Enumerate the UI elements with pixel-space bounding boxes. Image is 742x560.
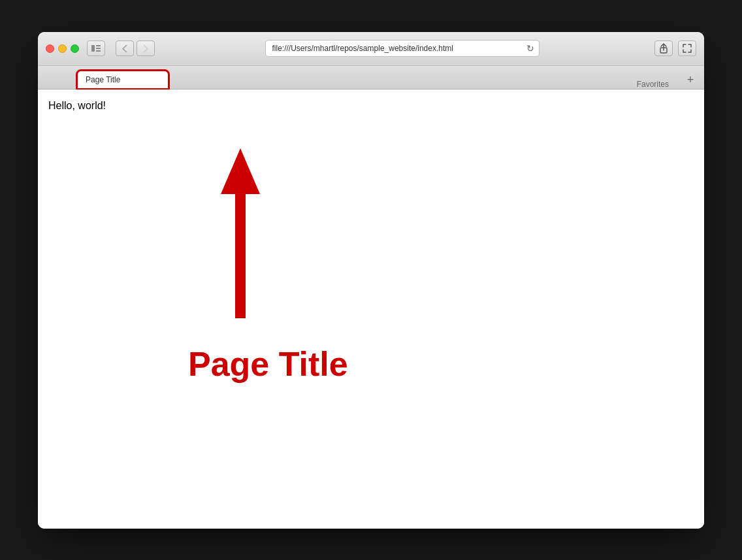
forward-button[interactable] [137,41,155,56]
fullscreen-button[interactable] [678,41,696,56]
address-text: file:///Users/mhartl/repos/sample_websit… [272,44,521,53]
back-button[interactable] [116,41,134,56]
annotation-label: Page Title [188,344,348,384]
favorites-label: Favorites [637,80,669,89]
svg-rect-3 [96,50,101,52]
tabs-bar: Page Title Favorites + [38,66,704,90]
svg-rect-0 [91,45,95,52]
tab-title: Page Title [86,75,120,84]
svg-rect-5 [235,188,246,318]
browser-window: file:///Users/mhartl/repos/sample_websit… [38,32,704,529]
traffic-lights [46,44,79,53]
page-content: Hello, world! Page Title [38,90,704,529]
annotation-arrow-svg [221,148,260,331]
active-tab[interactable]: Page Title [77,71,169,89]
favorites-area: Favorites [169,80,682,89]
minimize-button[interactable] [58,44,67,53]
maximize-button[interactable] [71,44,79,53]
new-tab-button[interactable]: + [682,72,699,89]
close-button[interactable] [46,44,54,53]
toolbar-right [654,41,696,56]
hello-world-text: Hello, world! [48,100,106,112]
annotation-container: Page Title [188,148,319,384]
address-bar[interactable]: file:///Users/mhartl/repos/sample_websit… [265,40,540,57]
title-bar: file:///Users/mhartl/repos/sample_websit… [38,32,704,66]
svg-rect-1 [96,45,101,46]
svg-marker-6 [221,148,260,194]
svg-rect-2 [96,48,101,49]
nav-buttons [116,41,155,56]
sidebar-toggle-button[interactable] [87,41,105,56]
refresh-button[interactable]: ↻ [524,42,537,55]
share-button[interactable] [654,41,673,56]
address-bar-container: file:///Users/mhartl/repos/sample_websit… [160,40,644,57]
